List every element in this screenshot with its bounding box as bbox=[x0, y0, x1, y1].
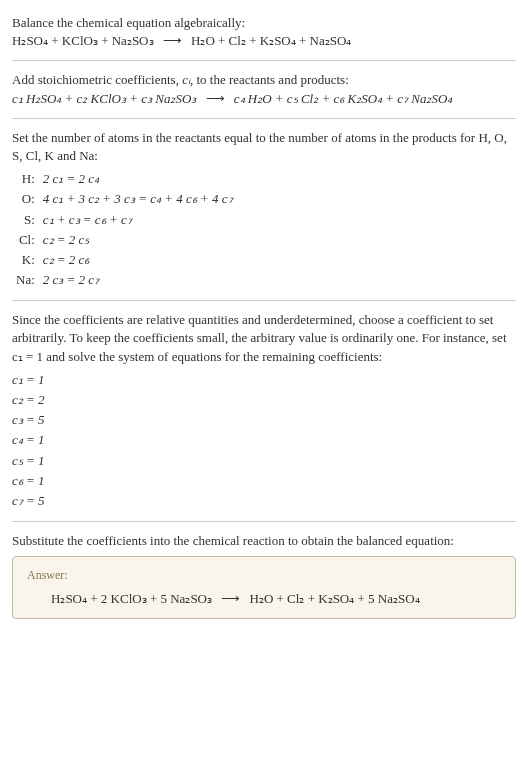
intro-section: Balance the chemical equation algebraica… bbox=[12, 8, 516, 56]
divider bbox=[12, 300, 516, 301]
table-row: K: c₂ = 2 c₆ bbox=[12, 250, 237, 270]
table-row: H: 2 c₁ = 2 c₄ bbox=[12, 169, 237, 189]
arrow-icon: ⟶ bbox=[206, 90, 225, 108]
element-label: S: bbox=[12, 210, 39, 230]
divider bbox=[12, 521, 516, 522]
element-label: Cl: bbox=[12, 230, 39, 250]
solve-text: Since the coefficients are relative quan… bbox=[12, 311, 516, 366]
stoich-rhs: c₄ H₂O + c₅ Cl₂ + c₆ K₂SO₄ + c₇ Na₂SO₄ bbox=[234, 91, 453, 106]
coeff-item: c₁ = 1 bbox=[12, 370, 516, 390]
stoich-text: Add stoichiometric coefficients, cᵢ, to … bbox=[12, 71, 516, 89]
coeff-item: c₃ = 5 bbox=[12, 410, 516, 430]
intro-equation: H₂SO₄ + KClO₃ + Na₂SO₃ ⟶ H₂O + Cl₂ + K₂S… bbox=[12, 32, 516, 50]
answer-box: Answer: H₂SO₄ + 2 KClO₃ + 5 Na₂SO₃ ⟶ H₂O… bbox=[12, 556, 516, 619]
table-row: O: 4 c₁ + 3 c₂ + 3 c₃ = c₄ + 4 c₆ + 4 c₇ bbox=[12, 189, 237, 209]
stoich-text-part1: Add stoichiometric coefficients, bbox=[12, 72, 182, 87]
coeff-list: c₁ = 1 c₂ = 2 c₃ = 5 c₄ = 1 c₅ = 1 c₆ = … bbox=[12, 370, 516, 511]
stoich-text-part2: , to the reactants and products: bbox=[190, 72, 349, 87]
element-equation: 2 c₃ = 2 c₇ bbox=[39, 270, 237, 290]
element-equation: 2 c₁ = 2 c₄ bbox=[39, 169, 237, 189]
stoich-section: Add stoichiometric coefficients, cᵢ, to … bbox=[12, 65, 516, 113]
atoms-text: Set the number of atoms in the reactants… bbox=[12, 129, 516, 165]
substitute-section: Substitute the coefficients into the che… bbox=[12, 526, 516, 625]
coeff-item: c₂ = 2 bbox=[12, 390, 516, 410]
arrow-icon: ⟶ bbox=[221, 590, 240, 608]
coeff-item: c₄ = 1 bbox=[12, 430, 516, 450]
substitute-text: Substitute the coefficients into the che… bbox=[12, 532, 516, 550]
atoms-section: Set the number of atoms in the reactants… bbox=[12, 123, 516, 297]
answer-rhs: H₂O + Cl₂ + K₂SO₄ + 5 Na₂SO₄ bbox=[250, 591, 420, 606]
element-equation: c₂ = 2 c₅ bbox=[39, 230, 237, 250]
element-label: K: bbox=[12, 250, 39, 270]
element-label: Na: bbox=[12, 270, 39, 290]
intro-text: Balance the chemical equation algebraica… bbox=[12, 14, 516, 32]
table-row: S: c₁ + c₃ = c₆ + c₇ bbox=[12, 210, 237, 230]
element-equation: c₂ = 2 c₆ bbox=[39, 250, 237, 270]
solve-section: Since the coefficients are relative quan… bbox=[12, 305, 516, 517]
element-label: H: bbox=[12, 169, 39, 189]
element-equation: c₁ + c₃ = c₆ + c₇ bbox=[39, 210, 237, 230]
arrow-icon: ⟶ bbox=[163, 32, 182, 50]
divider bbox=[12, 118, 516, 119]
element-equation: 4 c₁ + 3 c₂ + 3 c₃ = c₄ + 4 c₆ + 4 c₇ bbox=[39, 189, 237, 209]
intro-lhs: H₂SO₄ + KClO₃ + Na₂SO₃ bbox=[12, 33, 154, 48]
answer-label: Answer: bbox=[27, 567, 501, 584]
coeff-item: c₆ = 1 bbox=[12, 471, 516, 491]
intro-rhs: H₂O + Cl₂ + K₂SO₄ + Na₂SO₄ bbox=[191, 33, 351, 48]
stoich-lhs: c₁ H₂SO₄ + c₂ KClO₃ + c₃ Na₂SO₃ bbox=[12, 91, 196, 106]
divider bbox=[12, 60, 516, 61]
stoich-equation: c₁ H₂SO₄ + c₂ KClO₃ + c₃ Na₂SO₃ ⟶ c₄ H₂O… bbox=[12, 90, 516, 108]
atoms-table: H: 2 c₁ = 2 c₄ O: 4 c₁ + 3 c₂ + 3 c₃ = c… bbox=[12, 169, 237, 290]
coeff-item: c₅ = 1 bbox=[12, 451, 516, 471]
ci-symbol: cᵢ bbox=[182, 72, 190, 87]
element-label: O: bbox=[12, 189, 39, 209]
answer-lhs: H₂SO₄ + 2 KClO₃ + 5 Na₂SO₃ bbox=[51, 591, 212, 606]
table-row: Cl: c₂ = 2 c₅ bbox=[12, 230, 237, 250]
table-row: Na: 2 c₃ = 2 c₇ bbox=[12, 270, 237, 290]
coeff-item: c₇ = 5 bbox=[12, 491, 516, 511]
answer-equation: H₂SO₄ + 2 KClO₃ + 5 Na₂SO₃ ⟶ H₂O + Cl₂ +… bbox=[27, 590, 501, 608]
